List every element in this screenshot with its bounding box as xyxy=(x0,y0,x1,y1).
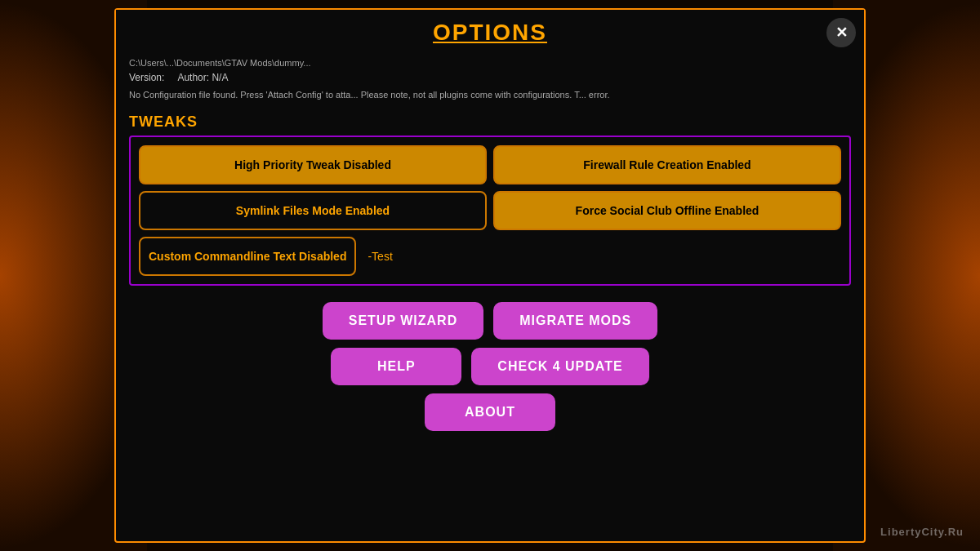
version-author: Version: Author: N/A xyxy=(129,71,851,85)
symlink-files-mode-button[interactable]: Symlink Files Mode Enabled xyxy=(139,191,487,230)
author-label: Author: N/A xyxy=(177,72,228,83)
tweaks-section: TWEAKS High Priority Tweak Disabled Fire… xyxy=(116,107,864,289)
tweaks-grid-container: High Priority Tweak Disabled Firewall Ru… xyxy=(129,136,851,286)
options-dialog: OPTIONS ✕ C:\Users\...\Documents\GTAV Mo… xyxy=(114,8,866,543)
libertycity-watermark: LibertyCity.Ru xyxy=(880,526,964,538)
button-row-3: ABOUT xyxy=(425,393,555,431)
info-section: C:\Users\...\Documents\GTAV Mods\dummy..… xyxy=(116,52,864,107)
migrate-mods-button[interactable]: MIGRATE MODS xyxy=(493,302,657,340)
tweaks-grid: High Priority Tweak Disabled Firewall Ru… xyxy=(139,145,841,276)
high-priority-tweak-button[interactable]: High Priority Tweak Disabled xyxy=(139,145,487,184)
check-update-button[interactable]: CHECK 4 UPDATE xyxy=(471,348,648,385)
version-label: Version: xyxy=(129,72,164,83)
button-row-2: HELP CHECK 4 UPDATE xyxy=(331,348,648,385)
tweaks-label: TWEAKS xyxy=(129,113,851,131)
file-path: C:\Users\...\Documents\GTAV Mods\dummy..… xyxy=(129,57,851,69)
firewall-rule-creation-button[interactable]: Firewall Rule Creation Enabled xyxy=(493,145,841,184)
setup-wizard-button[interactable]: SETUP WIZARD xyxy=(323,302,483,340)
close-button[interactable]: ✕ xyxy=(826,18,856,47)
dialog-header: OPTIONS ✕ xyxy=(116,10,864,52)
about-button[interactable]: ABOUT xyxy=(425,393,555,431)
force-social-club-offline-button[interactable]: Force Social Club Offline Enabled xyxy=(493,191,841,230)
button-row-1: SETUP WIZARD MIGRATE MODS xyxy=(323,302,658,340)
config-text: No Configuration file found. Press 'Atta… xyxy=(129,88,851,102)
bottom-buttons-section: SETUP WIZARD MIGRATE MODS HELP CHECK 4 U… xyxy=(116,289,864,444)
dialog-title: OPTIONS xyxy=(433,20,547,45)
commandline-text-value: -Test xyxy=(363,250,392,263)
commandline-row: Custom Commandline Text Disabled -Test xyxy=(139,237,841,276)
custom-commandline-button[interactable]: Custom Commandline Text Disabled xyxy=(139,237,356,276)
help-button[interactable]: HELP xyxy=(331,348,461,385)
